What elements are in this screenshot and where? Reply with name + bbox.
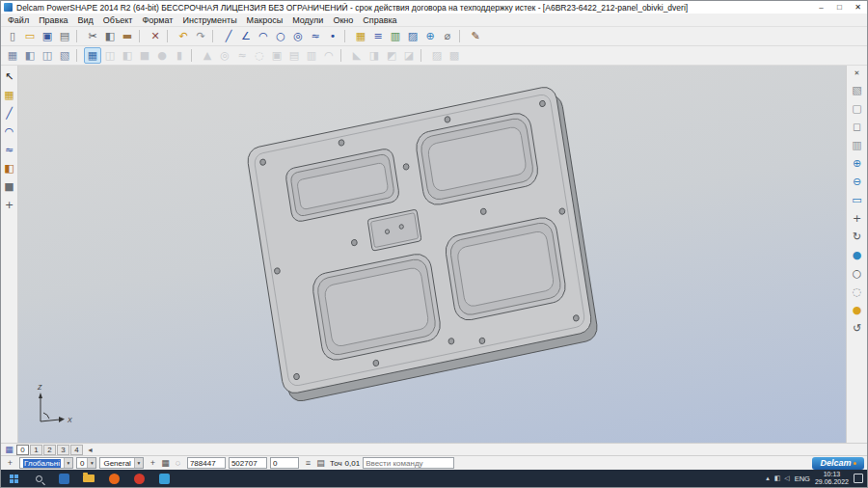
refresh-view[interactable]: ↺ (850, 320, 865, 336)
taskbar-app-firefox[interactable] (101, 470, 126, 487)
copy[interactable]: ◧ (101, 28, 119, 44)
surface-extrude[interactable]: ◧ (21, 47, 39, 64)
create-curve[interactable]: ≈ (307, 28, 324, 44)
solid-join[interactable]: ◩ (383, 47, 400, 64)
level-cell-4[interactable]: 4 (70, 445, 83, 455)
surface-revolve[interactable]: ◫ (39, 47, 56, 64)
paint-tool[interactable]: ✎ (467, 28, 484, 44)
menu-item-3[interactable]: Объект (98, 15, 138, 25)
zoom-in[interactable]: ⊕ (850, 155, 865, 171)
notification-center-icon[interactable] (854, 474, 863, 483)
paste[interactable]: ▬ (119, 28, 136, 44)
zoom-out[interactable]: ⊖ (850, 174, 865, 189)
solid-tool[interactable]: ■ (2, 178, 17, 194)
solid-cone[interactable]: ▲ (199, 47, 216, 64)
menu-item-7[interactable]: Модули (287, 15, 328, 25)
redo[interactable]: ↷ (192, 28, 209, 44)
menu-item-4[interactable]: Формат (138, 15, 178, 25)
line-tool[interactable]: ╱ (2, 105, 17, 121)
view-right[interactable]: ▥ (850, 137, 865, 152)
feature-pocket[interactable]: ▤ (285, 47, 303, 64)
menu-item-1[interactable]: Правка (34, 15, 72, 25)
view-iso[interactable]: ▧ (850, 82, 865, 97)
level-combo[interactable]: 0 ▾ (76, 457, 96, 469)
zoom-box[interactable]: ▭ (850, 192, 865, 207)
wrap-tool[interactable]: ▩ (446, 47, 463, 64)
command-input[interactable] (363, 457, 454, 469)
cad-model[interactable] (246, 84, 599, 404)
smart-surfacer[interactable]: ▦ (84, 47, 101, 64)
create-point[interactable]: • (324, 28, 341, 44)
measure-tool[interactable]: ⌀ (439, 28, 456, 44)
taskbar-app-browser[interactable] (126, 470, 151, 487)
catalogue-tool[interactable]: ▨ (404, 28, 421, 44)
globe-tool[interactable]: ⊕ (421, 28, 439, 44)
levels-scroll-left-icon[interactable]: ◄ (87, 447, 94, 453)
minimize-button[interactable]: – (812, 1, 830, 14)
taskbar-app-1[interactable] (51, 470, 76, 487)
create-polyline[interactable]: ∠ (237, 28, 255, 44)
tray-volume-icon[interactable]: ◁ (784, 474, 789, 482)
menu-item-9[interactable]: Справка (358, 15, 401, 25)
workplane-create-tool[interactable]: ▦ (2, 87, 17, 102)
create-ellipse[interactable]: ◎ (289, 28, 307, 44)
line-style-combo[interactable]: General ▾ (99, 457, 143, 469)
clipboard-tool[interactable]: ▥ (387, 28, 404, 44)
solid-revolve[interactable]: ◧ (119, 47, 136, 64)
coord-system-combo[interactable]: Глобальні ▾ (19, 457, 73, 469)
cursor-mode-icon[interactable]: + (4, 457, 16, 470)
z-coordinate-input[interactable] (270, 457, 299, 469)
close-button[interactable]: ✕ (849, 1, 867, 14)
surface-plane[interactable]: ▦ (4, 47, 21, 64)
level-cell-1[interactable]: 1 (30, 445, 42, 455)
rotate-view[interactable]: ↻ (850, 229, 865, 244)
solid-sphere[interactable]: ● (153, 47, 171, 64)
level-cell-0[interactable]: 0 (16, 445, 29, 455)
x-coordinate-input[interactable] (187, 457, 226, 469)
arc-tool[interactable]: ◠ (2, 123, 17, 139)
menu-item-0[interactable]: Файл (3, 15, 34, 25)
level-cell-3[interactable]: 3 (57, 445, 69, 455)
open-model[interactable]: ▭ (21, 28, 39, 44)
y-coordinate-input[interactable] (229, 457, 267, 469)
headlight-toggle[interactable]: ● (850, 302, 865, 317)
viewbar-close[interactable]: ✕ (850, 68, 865, 79)
tray-network-icon[interactable]: ◧ (774, 474, 781, 482)
panel-toggle[interactable]: ▤ (314, 457, 327, 470)
grid-snap-toggle[interactable]: ▦ (159, 457, 172, 470)
feature-rib[interactable]: ▥ (303, 47, 320, 64)
menu-item-5[interactable]: Инструменты (177, 15, 241, 25)
select-tool[interactable]: ↖ (2, 68, 17, 84)
wireframe-view[interactable]: ○ (850, 265, 865, 281)
save-model[interactable]: ▣ (39, 28, 56, 44)
solid-intersect[interactable]: ◪ (400, 47, 418, 64)
surface-tool[interactable]: ◧ (2, 160, 17, 176)
maximize-button[interactable]: □ (830, 1, 849, 14)
feature-chamfer[interactable]: ◣ (348, 47, 366, 64)
print[interactable]: ▤ (56, 28, 73, 44)
levels-tool[interactable]: ≡ (369, 28, 387, 44)
tray-expand-icon[interactable]: ▴ (766, 474, 770, 482)
menu-item-2[interactable]: Вид (73, 15, 98, 25)
level-cell-2[interactable]: 2 (43, 445, 56, 455)
create-line[interactable]: ╱ (220, 28, 237, 44)
menu-item-8[interactable]: Окно (328, 15, 358, 25)
view-front[interactable]: ◻ (850, 119, 865, 134)
start-button[interactable] (1, 470, 26, 487)
taskbar-app-2[interactable] (151, 470, 176, 487)
solid-extrude[interactable]: ◫ (101, 47, 119, 64)
pan-view[interactable]: + (850, 210, 865, 226)
solid-torus[interactable]: ◎ (216, 47, 233, 64)
cursor-snap-toggle[interactable]: ◌ (172, 457, 184, 470)
solid-cut[interactable]: ◨ (366, 47, 383, 64)
delete[interactable]: ✕ (147, 28, 164, 44)
morph-tool[interactable]: ▨ (428, 47, 446, 64)
feature-fillet[interactable]: ◠ (320, 47, 338, 64)
workplane-tool[interactable]: ▦ (352, 28, 369, 44)
shaded-view[interactable]: ● (850, 247, 865, 262)
item-list-toggle[interactable]: ≡ (302, 457, 314, 470)
viewport-canvas[interactable]: Z X (18, 66, 846, 443)
feature-boss[interactable]: ▣ (268, 47, 285, 64)
view-top[interactable]: ▢ (850, 100, 865, 116)
clock[interactable]: 10:13 29.06.2022 (815, 471, 849, 487)
